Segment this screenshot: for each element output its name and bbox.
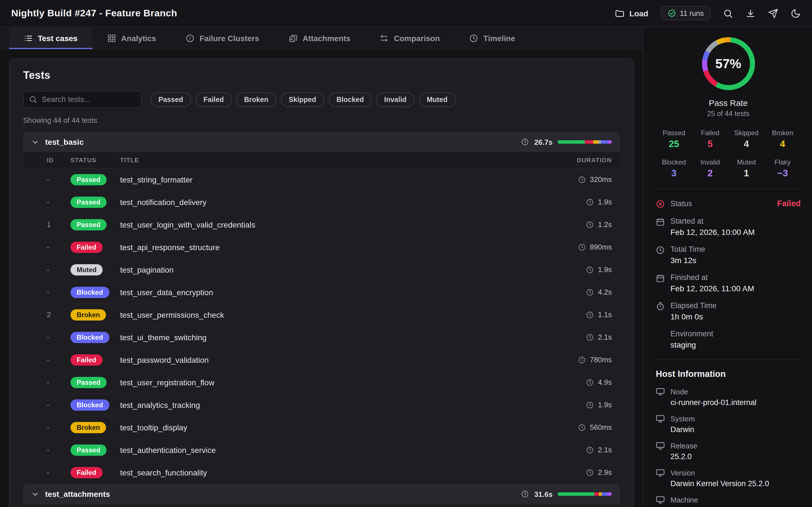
- test-title: test_notification_delivery: [120, 198, 544, 207]
- table-row[interactable]: -Brokentest_tooltip_display560ms: [23, 416, 620, 439]
- filter-chip-invalid[interactable]: Invalid: [376, 92, 414, 107]
- search-input[interactable]: [23, 91, 142, 108]
- test-id: -: [31, 288, 70, 296]
- calendar-icon: [656, 217, 665, 226]
- attach-icon: [289, 34, 297, 43]
- clock-icon: [586, 221, 594, 228]
- stat-failed: Failed5: [692, 129, 728, 149]
- monitor-icon: [656, 414, 665, 423]
- tab-label: Analytics: [121, 34, 156, 43]
- test-title: test_user_data_encryption: [120, 288, 544, 297]
- filter-chip-muted[interactable]: Muted: [419, 92, 456, 107]
- table-row[interactable]: -Passedtest_user_registration_flow4.9s: [23, 371, 620, 394]
- table-row[interactable]: 2Brokentest_user_permissions_check1.1s: [23, 304, 620, 326]
- header-actions: Load 11 runs: [615, 6, 801, 20]
- filter-chip-passed[interactable]: Passed: [151, 92, 191, 107]
- search-button[interactable]: [723, 8, 733, 18]
- share-button[interactable]: [768, 8, 778, 18]
- clock-icon: [586, 311, 594, 319]
- pass-rate-percent: 57%: [702, 37, 755, 90]
- finished-at-label: Finished at: [670, 273, 801, 282]
- runs-badge-label: 11 runs: [680, 9, 704, 17]
- status-badge: Failed: [70, 467, 102, 478]
- status-badge: Passed: [70, 219, 107, 230]
- test-duration: 2.9s: [544, 468, 612, 476]
- monitor-icon: [656, 468, 665, 477]
- clock-icon: [586, 446, 594, 454]
- tab-failure-clusters[interactable]: Failure Clusters: [171, 27, 274, 49]
- group-duration: 26.7s: [534, 138, 553, 146]
- tests-toolbar: PassedFailedBrokenSkippedBlockedInvalidM…: [23, 91, 620, 108]
- test-duration: 890ms: [544, 243, 612, 251]
- list-icon: [24, 34, 33, 43]
- environment-label: Environment: [670, 330, 801, 338]
- test-id: -: [31, 198, 70, 206]
- status-badge: Passed: [70, 444, 107, 455]
- load-button[interactable]: Load: [615, 8, 648, 18]
- test-id: 2: [31, 311, 70, 319]
- clock-icon: [578, 243, 586, 251]
- environment-value: staging: [670, 340, 801, 349]
- elapsed-time-value: 1h 0m 0s: [670, 312, 801, 321]
- clock-icon: [586, 378, 594, 386]
- status-badge: Broken: [70, 309, 106, 320]
- send-icon: [768, 8, 778, 18]
- theme-toggle-button[interactable]: [791, 8, 801, 18]
- test-duration: 1.2s: [544, 220, 612, 229]
- table-row[interactable]: -Passedtest_authentication_service2.1s: [23, 439, 620, 461]
- total-time-value: 3m 12s: [670, 256, 801, 265]
- table-row[interactable]: -Blockedtest_ui_theme_switching2.1s: [23, 326, 620, 349]
- table-row[interactable]: -Failedtest_api_response_structure890ms: [23, 236, 620, 259]
- table-row[interactable]: 1Passedtest_user_login_with_valid_creden…: [23, 214, 620, 236]
- group-header-test-attachments[interactable]: test_attachments31.6s: [23, 484, 620, 504]
- test-id: -: [31, 265, 70, 274]
- tab-attachments[interactable]: Attachments: [274, 27, 365, 49]
- tab-label: Comparison: [394, 34, 440, 43]
- table-row[interactable]: -Blockedtest_user_data_encryption4.2s: [23, 281, 620, 304]
- status-badge: Blocked: [70, 332, 109, 343]
- test-title: test_ui_theme_switching: [120, 333, 544, 342]
- tab-test-cases[interactable]: Test cases: [9, 27, 92, 49]
- monitor-icon: [656, 387, 665, 396]
- pass-rate-title: Pass Rate: [656, 98, 801, 108]
- filter-chip-skipped[interactable]: Skipped: [281, 92, 324, 107]
- table-header: IDSTATUSTITLEDURATION: [23, 152, 620, 168]
- table-row[interactable]: -Passedtest_string_formatter320ms: [23, 168, 620, 191]
- group-header-test-basic[interactable]: test_basic26.7s: [23, 132, 620, 152]
- pass-rate-donut: 57%: [702, 37, 755, 90]
- tab-analytics[interactable]: Analytics: [92, 27, 171, 49]
- page-title: Nightly Build #247 - Feature Branch: [11, 8, 177, 19]
- table-row[interactable]: -Failedtest_password_validation780ms: [23, 349, 620, 371]
- search-icon: [29, 95, 37, 104]
- table-row[interactable]: -Blockedtest_analytics_tracking1.9s: [23, 394, 620, 416]
- table-row[interactable]: -Passedtest_notification_delivery1.9s: [23, 191, 620, 214]
- test-duration: 1.1s: [544, 311, 612, 319]
- test-duration: 320ms: [544, 175, 612, 184]
- clock-icon: [521, 138, 529, 146]
- filter-chip-broken[interactable]: Broken: [236, 92, 276, 107]
- status-filters: PassedFailedBrokenSkippedBlockedInvalidM…: [151, 92, 455, 107]
- runs-badge[interactable]: 11 runs: [661, 6, 711, 20]
- stat-broken: Broken4: [765, 129, 801, 149]
- clock-icon: [586, 468, 594, 476]
- download-button[interactable]: [746, 8, 756, 18]
- app-window: Nightly Build #247 - Feature Branch Load…: [0, 0, 812, 507]
- filter-chip-failed[interactable]: Failed: [196, 92, 232, 107]
- status-value: Failed: [777, 199, 801, 208]
- chevron-icon: [31, 490, 40, 498]
- filter-chip-blocked[interactable]: Blocked: [328, 92, 371, 107]
- table-row[interactable]: -Mutedtest_pagination1.9s: [23, 259, 620, 281]
- test-title: test_analytics_tracking: [120, 400, 544, 409]
- test-title: test_user_login_with_valid_credentials: [120, 220, 544, 229]
- test-duration: 2.1s: [544, 446, 612, 454]
- check-circle-icon: [667, 9, 676, 17]
- group-status-bar: [558, 492, 612, 496]
- test-title: test_string_formatter: [120, 175, 544, 184]
- table-row[interactable]: -Failedtest_search_functionality2.9s: [23, 461, 620, 484]
- test-duration: 560ms: [544, 423, 612, 432]
- tab-label: Test cases: [38, 34, 78, 43]
- test-title: test_api_response_structure: [120, 242, 544, 251]
- tab-comparison[interactable]: Comparison: [365, 27, 455, 49]
- environment-row: Environment staging: [656, 330, 801, 349]
- tab-timeline[interactable]: Timeline: [455, 27, 530, 49]
